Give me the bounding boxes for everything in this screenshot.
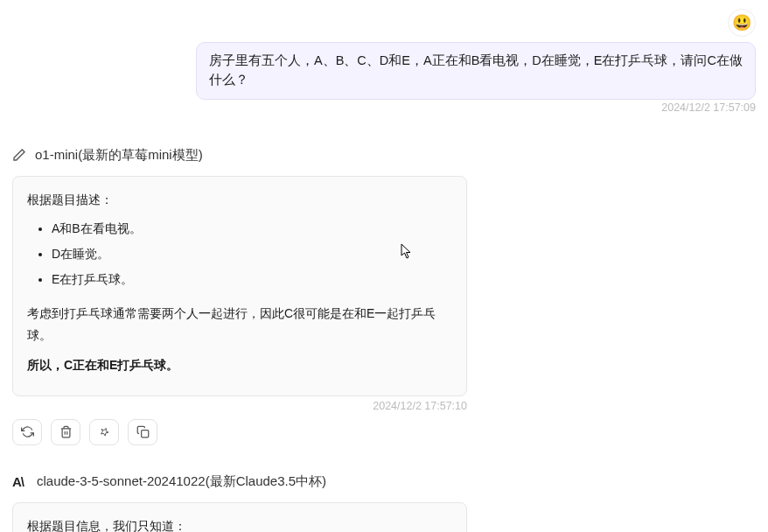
list-item: D在睡觉。	[52, 243, 452, 265]
assistant-message-bubble: 根据题目信息，我们只知道： A和B在看电视 D在睡觉	[12, 502, 467, 532]
response-bullet-list: A和B在看电视。 D在睡觉。 E在打乒乓球。	[27, 218, 452, 291]
pin-button[interactable]	[89, 419, 119, 445]
user-message-bubble: 房子里有五个人，A、B、C、D和E，A正在和B看电视，D在睡觉，E在打乒乓球，请…	[196, 42, 756, 100]
response-reasoning: 考虑到打乒乓球通常需要两个人一起进行，因此C很可能是在和E一起打乒乓球。	[27, 303, 452, 346]
regenerate-button[interactable]	[12, 419, 42, 445]
response-intro: 根据题目描述：	[27, 189, 452, 211]
pencil-icon	[12, 148, 26, 162]
model-header: A\ claude-3-5-sonnet-20241022(最新Claude3.…	[12, 473, 756, 490]
list-item: A和B在看电视。	[52, 218, 452, 240]
action-row	[12, 419, 756, 445]
model-name: o1-mini(最新的草莓mini模型)	[35, 147, 203, 164]
delete-button[interactable]	[51, 419, 80, 445]
model-header: o1-mini(最新的草莓mini模型)	[12, 147, 756, 164]
anthropic-icon: A\	[12, 473, 28, 489]
user-avatar: 😃	[728, 9, 756, 37]
assistant-message-bubble: 根据题目描述： A和B在看电视。 D在睡觉。 E在打乒乓球。 考虑到打乒乓球通常…	[12, 176, 467, 396]
svg-rect-0	[141, 430, 148, 438]
user-timestamp: 2024/12/2 17:57:09	[12, 102, 756, 114]
response-conclusion: 所以，C正在和E打乒乓球。	[27, 354, 452, 376]
user-message-text: 房子里有五个人，A、B、C、D和E，A正在和B看电视，D在睡觉，E在打乒乓球，请…	[209, 53, 743, 87]
model-name: claude-3-5-sonnet-20241022(最新Claude3.5中杯…	[37, 473, 326, 490]
response-intro: 根据题目信息，我们只知道：	[27, 515, 452, 532]
assistant-timestamp: 2024/12/2 17:57:10	[12, 400, 467, 412]
list-item: E在打乒乓球。	[52, 269, 452, 290]
copy-button[interactable]	[128, 419, 157, 445]
